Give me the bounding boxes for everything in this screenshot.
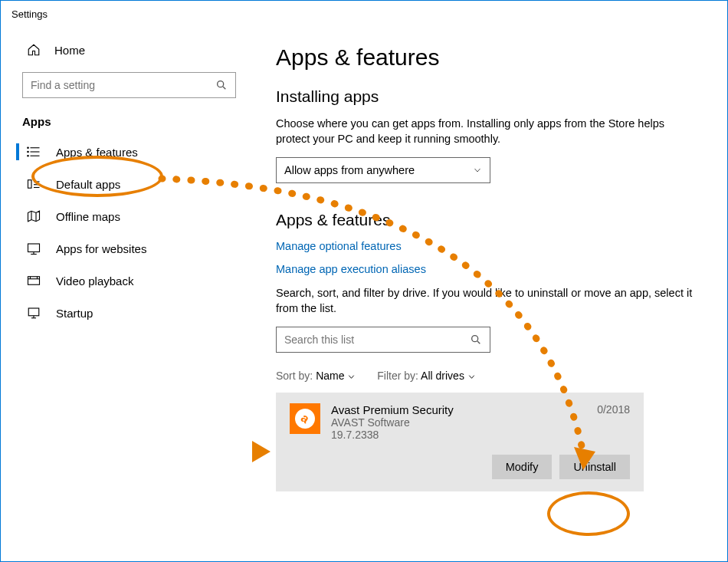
app-publisher: AVAST Software — [331, 416, 630, 429]
svg-rect-21 — [28, 308, 39, 316]
nav-apps-websites[interactable]: Apps for websites — [1, 232, 257, 265]
manage-aliases-link[interactable]: Manage app execution aliases — [276, 263, 697, 275]
manage-optional-link[interactable]: Manage optional features — [276, 240, 697, 252]
link-icon — [27, 242, 41, 255]
nav-item-label: Offline maps — [56, 210, 120, 223]
svg-line-25 — [477, 341, 480, 343]
defaults-icon — [27, 177, 41, 191]
list-icon — [27, 145, 41, 159]
sidebar: Home Apps Apps & features — [1, 31, 257, 560]
avast-icon: a — [290, 403, 320, 434]
filter-by-dropdown[interactable]: All drives — [421, 370, 476, 382]
home-label: Home — [54, 44, 85, 57]
search-icon — [215, 79, 228, 91]
svg-point-6 — [28, 151, 29, 153]
svg-point-0 — [218, 81, 224, 87]
install-source-value: Allow apps from anywhere — [284, 164, 415, 176]
app-list-search-input[interactable] — [284, 334, 470, 346]
app-name: Avast Premium Security — [331, 403, 630, 416]
nav-apps-features[interactable]: Apps & features — [1, 136, 257, 168]
uninstall-button[interactable]: Uninstall — [559, 455, 630, 479]
nav-item-label: Default apps — [56, 178, 120, 191]
svg-point-5 — [28, 147, 29, 149]
svg-rect-8 — [28, 180, 32, 189]
nav-startup[interactable]: Startup — [1, 297, 257, 329]
app-list-item[interactable]: a Avast Premium Security AVAST Software … — [276, 393, 644, 491]
map-icon — [27, 209, 41, 223]
window-title: Settings — [1, 1, 727, 31]
main-content: Apps & features Installing apps Choose w… — [257, 31, 727, 560]
svg-rect-14 — [28, 244, 40, 252]
startup-icon — [27, 306, 41, 320]
installing-apps-heading: Installing apps — [276, 87, 697, 106]
nav-item-label: Startup — [56, 307, 93, 320]
install-source-dropdown[interactable]: Allow apps from anywhere — [276, 157, 490, 183]
filter-desc: Search, sort, and filter by drive. If yo… — [276, 286, 697, 316]
nav-video-playback[interactable]: Video playback — [1, 265, 257, 297]
home-nav[interactable]: Home — [1, 35, 257, 64]
svg-rect-17 — [28, 277, 40, 285]
installing-apps-desc: Choose where you can get apps from. Inst… — [276, 117, 697, 146]
settings-search-input[interactable] — [31, 79, 215, 91]
svg-point-7 — [28, 156, 29, 157]
home-icon — [27, 43, 41, 57]
app-version: 19.7.2338 — [331, 429, 630, 441]
svg-point-24 — [472, 336, 478, 342]
app-list-search[interactable] — [276, 327, 490, 353]
nav-default-apps[interactable]: Default apps — [1, 168, 257, 200]
nav-item-label: Apps & features — [56, 146, 138, 159]
chevron-down-icon — [473, 166, 482, 175]
app-install-date: 0/2018 — [597, 403, 630, 416]
nav-item-label: Video playback — [56, 274, 133, 288]
svg-line-1 — [223, 87, 225, 89]
modify-button[interactable]: Modify — [492, 455, 553, 479]
sidebar-section-label: Apps — [1, 112, 257, 136]
sort-by-label: Sort by: — [276, 370, 313, 382]
page-title: Apps & features — [276, 44, 697, 71]
nav-item-label: Apps for websites — [56, 242, 146, 255]
video-icon — [27, 274, 41, 288]
apps-features-heading: Apps & features — [276, 211, 697, 229]
search-icon — [470, 334, 482, 346]
nav-offline-maps[interactable]: Offline maps — [1, 200, 257, 232]
filter-by-label: Filter by: — [377, 370, 418, 382]
sort-by-dropdown[interactable]: Name — [316, 370, 359, 382]
settings-search[interactable] — [22, 72, 236, 98]
